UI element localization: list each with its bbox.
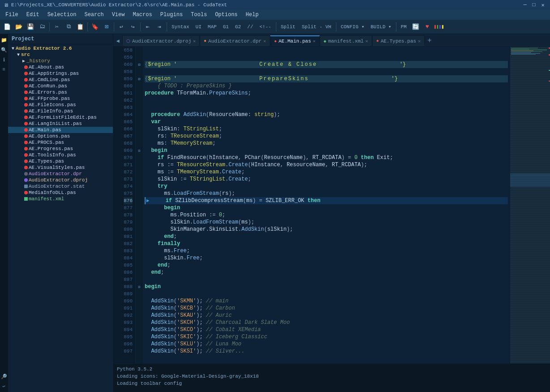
tb-paste[interactable]: 📋 bbox=[75, 22, 86, 32]
tb-copy[interactable]: ⧉ bbox=[63, 22, 74, 32]
tab-dproj[interactable]: ⬡ AudioExtractor.dproj ✕ bbox=[122, 35, 200, 46]
tree-types[interactable]: AE.Types.pas bbox=[8, 158, 113, 164]
tree-langini[interactable]: AE.LangIniList.pas bbox=[8, 121, 113, 127]
tb-build[interactable]: BUILD ▾ bbox=[368, 22, 394, 31]
code-scroll[interactable]: 658 659 660 858 859 860 861 862 863 864 … bbox=[113, 47, 550, 363]
tb-map[interactable]: MAP bbox=[205, 23, 219, 31]
code-editor[interactable]: {$region ' Create & Close '} {$region ' … bbox=[143, 47, 510, 363]
tab-main-icon: ● bbox=[274, 39, 277, 44]
menu-file[interactable]: File bbox=[2, 11, 22, 19]
tb-open[interactable]: 📂 bbox=[13, 22, 24, 32]
linenum-888: 888 bbox=[124, 283, 133, 290]
maximize-button[interactable]: □ bbox=[530, 1, 537, 9]
tree-manifest[interactable]: manifest.xml bbox=[8, 196, 113, 202]
tb-align-left[interactable]: ⇤ bbox=[142, 22, 153, 32]
menu-plugins[interactable]: Plugins bbox=[157, 11, 186, 19]
tree-about[interactable]: AE.About.pas bbox=[8, 64, 113, 70]
titlebar-controls[interactable]: ─ □ ✕ bbox=[521, 1, 546, 9]
tb-bookmark[interactable]: 🔖 bbox=[90, 22, 100, 32]
tree-options[interactable]: AE.Options.pas bbox=[8, 133, 113, 139]
red-dot-formlist bbox=[24, 116, 28, 119]
tb-save-all[interactable]: 🗂 bbox=[37, 22, 47, 32]
tree-visual[interactable]: AE.VisualStyles.pas bbox=[8, 164, 113, 171]
tree-progress[interactable]: AE.Progress.pas bbox=[8, 146, 113, 152]
tb-pm[interactable]: PM bbox=[398, 23, 409, 31]
tab-types-close[interactable]: ✕ bbox=[418, 39, 421, 44]
tb-comment-block[interactable]: <!-- bbox=[257, 23, 274, 31]
tree-history[interactable]: ▶ _history bbox=[8, 58, 113, 64]
fold-660[interactable]: ⊟ bbox=[136, 61, 143, 68]
tb-ui[interactable]: UI bbox=[193, 23, 204, 31]
tb-cut[interactable]: ✂ bbox=[52, 22, 62, 32]
tb-split-vh[interactable]: Split - VH bbox=[299, 23, 334, 31]
tb-save[interactable]: 💾 bbox=[25, 22, 36, 32]
tab-manifest-close[interactable]: ✕ bbox=[365, 39, 368, 44]
lp-search2-icon[interactable]: 🔎 bbox=[1, 373, 7, 379]
tb-redo[interactable]: ↪ bbox=[128, 22, 138, 32]
menu-edit[interactable]: Edit bbox=[23, 11, 43, 19]
tb-comment-line[interactable]: // bbox=[245, 23, 256, 31]
menu-tools[interactable]: Tools bbox=[187, 11, 211, 19]
tb-g1[interactable]: G1 bbox=[220, 23, 232, 31]
tree-mediainfordll[interactable]: MediaInfoDLL.pas bbox=[8, 190, 113, 196]
lp-project-icon[interactable]: 📁 bbox=[1, 37, 7, 43]
tab-dproj-close[interactable]: ✕ bbox=[193, 39, 196, 44]
menu-selection[interactable]: Selection bbox=[44, 11, 80, 19]
tree-root[interactable]: ▼ Audio Extractor 2.6 bbox=[8, 45, 113, 52]
tb-syntax[interactable]: Syntax bbox=[169, 23, 192, 31]
tree-dproj[interactable]: AudioExtractor.dproj bbox=[8, 177, 113, 183]
tb-g2[interactable]: G2 bbox=[232, 23, 244, 31]
fold-888[interactable]: ⊟ bbox=[136, 283, 143, 290]
menubar: File Edit Selection Search View Macros P… bbox=[0, 10, 550, 20]
menu-view[interactable]: View bbox=[108, 11, 129, 19]
tab-nav-left[interactable]: ◀ bbox=[113, 35, 122, 46]
tb-heart[interactable]: ♥ bbox=[422, 22, 433, 32]
tab-add-button[interactable]: + bbox=[425, 35, 434, 46]
tb-align-right[interactable]: ⇥ bbox=[154, 22, 165, 32]
tab-dpr[interactable]: ● AudioExtractor.dpr ✕ bbox=[200, 35, 270, 46]
lp-arrow-icon[interactable]: ↩ bbox=[1, 383, 7, 389]
fold-869[interactable]: ⊟ bbox=[136, 147, 143, 154]
minimap-viewport[interactable] bbox=[510, 173, 550, 187]
tree-stat[interactable]: AudioExtractor.stat bbox=[8, 183, 113, 190]
lp-search-icon[interactable]: 🔍 bbox=[1, 47, 7, 53]
tb-config[interactable]: CONFIG ▾ bbox=[338, 22, 367, 31]
tb-refresh[interactable]: 🔄 bbox=[410, 22, 421, 32]
tree-formlist[interactable]: AE.FormListFileEdit.pas bbox=[8, 114, 113, 121]
tb-indent-marker[interactable]: ⊠ bbox=[101, 22, 112, 32]
menu-macros[interactable]: Macros bbox=[129, 11, 155, 19]
tree-src[interactable]: ▼ src bbox=[8, 52, 113, 58]
tree-conrun[interactable]: AE.ConRun.pas bbox=[8, 83, 113, 89]
tree-toolsinfo[interactable]: AE.ToolsInfo.pas bbox=[8, 152, 113, 158]
tree-dpr[interactable]: AudioExtractor.dpr bbox=[8, 171, 113, 177]
tb-split[interactable]: Split bbox=[278, 23, 298, 31]
dpr-label: AudioExtractor.dpr bbox=[29, 171, 82, 177]
tree-errors[interactable]: AE.Errors.pas bbox=[8, 89, 113, 95]
lp-info-icon[interactable]: ℹ bbox=[1, 56, 7, 63]
tab-main-close[interactable]: ✕ bbox=[313, 39, 316, 44]
fold-859[interactable]: ⊟ bbox=[136, 75, 143, 82]
linenum-658: 658 bbox=[124, 47, 133, 54]
tree-cmdline[interactable]: AE.CmdLine.pas bbox=[8, 77, 113, 83]
tree-main[interactable]: AE.Main.pas bbox=[8, 127, 113, 133]
tab-manifest[interactable]: ◆ manifest.xml ✕ bbox=[320, 35, 372, 46]
close-button[interactable]: ✕ bbox=[539, 1, 546, 9]
tab-types[interactable]: ● AE.Types.pas ✕ bbox=[372, 35, 425, 46]
tab-dpr-close[interactable]: ✕ bbox=[263, 39, 266, 44]
tree-ffprobe[interactable]: AE.FFprobe.pas bbox=[8, 95, 113, 102]
tree-fileinfo[interactable]: AE.FileInfo.pas bbox=[8, 108, 113, 114]
menu-help[interactable]: Help bbox=[242, 11, 262, 19]
lp-list-icon[interactable]: ≡ bbox=[1, 66, 7, 73]
sep3 bbox=[114, 22, 114, 31]
tree-appstrings[interactable]: AE.AppStrings.pas bbox=[8, 70, 113, 77]
minimize-button[interactable]: ─ bbox=[521, 1, 529, 9]
tb-new[interactable]: 📄 bbox=[2, 22, 13, 32]
tb-colors[interactable] bbox=[434, 22, 444, 32]
tree-procs[interactable]: AE.PROCS.pas bbox=[8, 139, 113, 146]
tb-undo[interactable]: ↩ bbox=[116, 22, 127, 32]
menu-search[interactable]: Search bbox=[81, 11, 107, 19]
tab-main[interactable]: ● AE.Main.pas ✕ bbox=[270, 35, 320, 46]
titlebar-title: E:\Projects_XE\_CONVERTERS\Audio Extract… bbox=[11, 2, 227, 8]
tree-fileicons[interactable]: AE.FileIcons.pas bbox=[8, 102, 113, 108]
menu-options[interactable]: Options bbox=[211, 11, 241, 19]
